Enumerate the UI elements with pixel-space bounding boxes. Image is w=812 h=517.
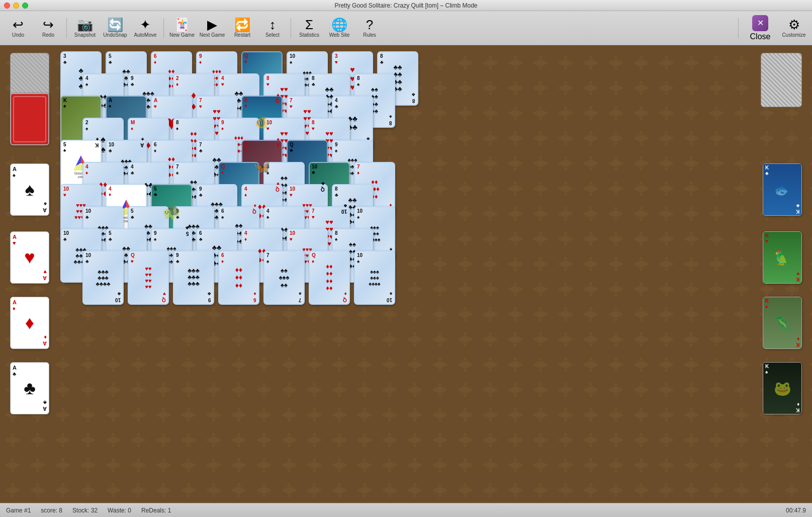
king-spades-rank-br: K♦ <box>796 402 799 413</box>
king-diamonds-rank-br: K♦ <box>796 336 799 348</box>
statistics-label: Statistics <box>299 32 319 38</box>
restart-icon: 🔁 <box>234 18 250 31</box>
king-clubs-rank-tl: K♣ <box>765 165 769 176</box>
website-icon: 🌐 <box>331 18 347 31</box>
redo-label: Redo <box>42 32 54 38</box>
ace-spades-rank: A♠ <box>13 166 17 178</box>
select-label: Select <box>265 32 280 38</box>
newgame-icon: 🃏 <box>174 18 190 31</box>
stock: Stock: 32 <box>72 507 98 514</box>
ace-diamonds-pile[interactable]: A♦ ♦ A♦ <box>10 297 49 349</box>
timer: 00:47.9 <box>786 507 806 514</box>
ace-hearts-symbol: ♥ <box>24 247 35 268</box>
close-window-button[interactable] <box>4 3 10 9</box>
ace-diamonds-rank-br: A♦ <box>43 334 47 347</box>
king-diamonds-pile[interactable]: 🦎 K♦ K♦ <box>763 297 802 349</box>
toolbar: ↩ Undo ↪ Redo 📷 Snapshot 🔄 UndoSnap ✦ Au… <box>0 11 812 45</box>
ace-clubs-rank-br: A♣ <box>43 400 47 412</box>
deck-area <box>10 53 50 107</box>
ace-spades-pile[interactable]: A♠ ♠ A♠ <box>10 163 49 216</box>
king-diamonds-rank-tl: K♦ <box>765 298 769 309</box>
select-icon: ↕ <box>269 18 276 31</box>
separator-2 <box>163 18 164 38</box>
nextgame-label: Next Game <box>200 32 225 38</box>
automove-icon: ✦ <box>140 18 151 31</box>
window-title: Pretty Good Solitaire: Crazy Quilt [tom]… <box>334 2 477 9</box>
card-r10-4[interactable]: 6♦ ♦♦♦♦♦♦ 6♦ <box>218 250 259 305</box>
automove-label: AutoMove <box>134 32 156 38</box>
maximize-window-button[interactable] <box>22 3 28 9</box>
king-spades-pile[interactable]: 🐸 K♠ K♦ <box>763 362 802 414</box>
card-butterfly-r10[interactable]: Q♥ ♥♥♥♥♥♥♥♥ Q♥ <box>128 250 169 305</box>
nextgame-button[interactable]: ▶ Next Game <box>198 14 226 43</box>
king-hearts-rank-tl: K♥ <box>765 233 769 244</box>
king-hearts-pile[interactable]: 🦜 K♥ K♥ <box>763 231 802 284</box>
newgame-button[interactable]: 🃏 New Game <box>168 14 196 43</box>
redeals: ReDeals: 1 <box>141 507 171 514</box>
ace-hearts-rank-br: A♥ <box>43 269 47 281</box>
separator-3 <box>291 18 291 38</box>
titlebar: Pretty Good Solitaire: Crazy Quilt [tom]… <box>0 0 812 11</box>
undosnap-icon: 🔄 <box>107 18 123 31</box>
ace-clubs-pile[interactable]: A♣ ♣ A♣ <box>10 362 49 414</box>
deck-red-card[interactable] <box>10 93 49 145</box>
ace-clubs-rank: A♣ <box>13 365 17 377</box>
card-r10-7[interactable]: 10♠ ♠♠♠♠♠♠♠♠♠♠ 10♠ <box>354 250 395 305</box>
minimize-window-button[interactable] <box>13 3 19 9</box>
redo-button[interactable]: ↪ Redo <box>34 14 62 43</box>
newgame-label: New Game <box>169 32 195 38</box>
ace-diamonds-symbol: ♦ <box>25 312 34 333</box>
card-r10-3[interactable]: 9♣ ♣♣♣♣♣♣♣♣♣ 9♣ <box>173 250 214 305</box>
restart-label: Restart <box>234 32 250 38</box>
customize-icon: ⚙ <box>788 18 800 31</box>
card-turtle-r7[interactable]: 5♣ 🐢 5♣ <box>151 184 192 238</box>
undo-icon: ↩ <box>13 18 24 31</box>
statistics-icon: Σ <box>305 18 313 31</box>
redo-icon: ↪ <box>43 18 54 31</box>
game-area: A♠ ♠ A♠ A♥ ♥ A♥ A♦ ♦ A♦ A♣ ♣ A♣ 🐟 K♣ K♣ … <box>0 45 812 503</box>
ace-hearts-pile[interactable]: A♥ ♥ A♥ <box>10 231 49 284</box>
ace-clubs-symbol: ♣ <box>24 378 36 399</box>
undosnap-button[interactable]: 🔄 UndoSnap <box>101 14 129 43</box>
king-clubs-pile[interactable]: 🐟 K♣ K♣ <box>763 163 802 216</box>
restart-button[interactable]: 🔁 Restart <box>228 14 256 43</box>
statistics-button[interactable]: Σ Statistics <box>295 14 323 43</box>
customize-label: Customize <box>782 32 805 38</box>
ace-hearts-rank: A♥ <box>13 234 17 246</box>
rules-button[interactable]: ? Rules <box>355 14 384 43</box>
foundation-pile[interactable] <box>761 53 802 107</box>
king-clubs-rank-br: K♣ <box>796 203 799 214</box>
ace-spades-rank-br: A♠ <box>43 201 47 213</box>
waste: Waste: 0 <box>108 507 131 514</box>
snapshot-button[interactable]: 📷 Snapshot <box>71 14 99 43</box>
separator-1 <box>66 18 67 38</box>
ace-diamonds-rank: A♦ <box>13 299 17 311</box>
undosnap-label: UndoSnap <box>103 32 127 38</box>
automove-button[interactable]: ✦ AutoMove <box>131 14 159 43</box>
close-icon: ✕ <box>752 15 768 31</box>
close-button[interactable]: ✕ Close <box>743 14 778 43</box>
ace-spades-symbol: ♠ <box>25 179 34 200</box>
website-label: Web Site <box>329 32 349 38</box>
statusbar: Game #1 score: 8 Stock: 32 Waste: 0 ReDe… <box>0 503 812 517</box>
separator-4 <box>738 18 739 38</box>
card-r10-6[interactable]: Q♦ ♦♦♦♦♦♦♦♦ Q♦ <box>309 250 350 305</box>
rules-icon: ? <box>366 18 373 31</box>
website-button[interactable]: 🌐 Web Site <box>325 14 353 43</box>
undo-button[interactable]: ↩ Undo <box>4 14 32 43</box>
king-spades-rank-tl: K♠ <box>765 364 769 375</box>
card-qh-butterfly[interactable]: Q♥ 🦋 Q♥ <box>241 140 283 194</box>
customize-button[interactable]: ⚙ Customize <box>780 14 808 43</box>
king-hearts-rank-br: K♥ <box>796 271 799 282</box>
close-label: Close <box>750 32 771 41</box>
score: score: 8 <box>41 507 62 514</box>
rules-label: Rules <box>363 32 376 38</box>
card-r10-5[interactable]: 7♠ ♠♠♠♠♠♠♠ 7♠ <box>263 250 305 305</box>
select-button[interactable]: ↕ Select <box>258 14 287 43</box>
snapshot-label: Snapshot <box>74 32 96 38</box>
snapshot-icon: 📷 <box>77 18 93 31</box>
nextgame-icon: ▶ <box>207 18 217 31</box>
undo-label: Undo <box>12 32 24 38</box>
card-r10-1[interactable]: 10♣ ♣♣♣♣♣♣♣♣♣♣ 10♣ <box>82 250 124 305</box>
game-number: Game #1 <box>6 507 31 514</box>
